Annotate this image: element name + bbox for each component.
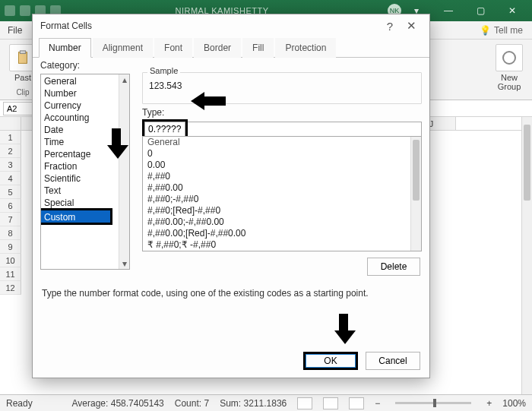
list-item[interactable]: #,##0;-#,##0: [143, 194, 421, 205]
list-item[interactable]: Scientific: [41, 172, 129, 184]
list-item[interactable]: #,##0.00;-#,##0.00: [143, 217, 421, 228]
list-item[interactable]: Accounting: [41, 111, 129, 123]
type-options-listbox[interactable]: General 0 0.00 #,##0 #,##0.00 #,##0;-#,#…: [142, 136, 422, 251]
list-item[interactable]: Number: [41, 87, 129, 99]
ok-button[interactable]: OK: [303, 352, 358, 370]
format-cells-dialog: Format Cells ? ✕ Number Alignment Font B…: [32, 14, 430, 378]
cancel-button[interactable]: Cancel: [366, 352, 420, 370]
list-item[interactable]: #,##0;[Red]-#,##0: [143, 205, 421, 217]
scroll-down-icon[interactable]: ▾: [119, 258, 129, 269]
dialog-help-button[interactable]: ?: [379, 15, 401, 36]
sample-label: Sample: [147, 66, 180, 75]
list-item[interactable]: Special: [41, 196, 129, 208]
category-label: Category:: [40, 60, 422, 71]
scroll-up-icon[interactable]: ▴: [119, 74, 129, 85]
list-item[interactable]: Text: [41, 184, 129, 196]
dialog-backdrop: Format Cells ? ✕ Number Alignment Font B…: [0, 0, 532, 411]
list-item[interactable]: General: [41, 74, 129, 87]
type-input-extension[interactable]: [188, 122, 422, 137]
list-item[interactable]: 0.00: [143, 160, 421, 171]
tab-fill[interactable]: Fill: [242, 38, 274, 58]
list-item[interactable]: #,##0: [143, 171, 421, 182]
dialog-close-button[interactable]: ✕: [401, 15, 422, 36]
format-help-text: Type the number format code, using one o…: [42, 288, 420, 299]
sample-box: Sample 123.543: [142, 72, 422, 104]
type-label: Type:: [142, 107, 422, 118]
list-item-custom[interactable]: Custom: [41, 210, 110, 223]
list-item[interactable]: ₹ #,##0;₹ -#,##0: [143, 239, 421, 251]
annotation-arrow-down-icon: [334, 314, 353, 344]
tab-number[interactable]: Number: [39, 38, 91, 58]
delete-button[interactable]: Delete: [367, 258, 420, 276]
type-input[interactable]: [144, 122, 185, 137]
list-item[interactable]: #,##0.00: [143, 182, 421, 194]
dialog-tabs: Number Alignment Font Border Fill Protec…: [33, 37, 429, 58]
list-item[interactable]: #,##0.00;[Red]-#,##0.00: [143, 228, 421, 239]
category-scrollbar[interactable]: ▴ ▾: [119, 74, 129, 269]
type-scrollbar[interactable]: [410, 137, 421, 251]
annotation-arrow-down-icon: [107, 128, 125, 159]
annotation-arrow-left-icon: [191, 93, 226, 109]
sample-value: 123.543: [149, 81, 415, 91]
list-item[interactable]: Currency: [41, 99, 129, 111]
dialog-title: Format Cells: [40, 21, 92, 31]
tab-font[interactable]: Font: [154, 38, 192, 58]
list-item[interactable]: ₹ #,##0;[Red]₹ -#,##0: [143, 251, 421, 251]
category-listbox[interactable]: General Number Currency Accounting Date …: [40, 74, 130, 270]
tab-alignment[interactable]: Alignment: [93, 38, 153, 58]
list-item[interactable]: Fraction: [41, 160, 129, 172]
list-item[interactable]: 0: [143, 148, 421, 160]
tab-border[interactable]: Border: [194, 38, 241, 58]
tab-protection[interactable]: Protection: [275, 38, 336, 58]
list-item[interactable]: General: [143, 137, 421, 148]
